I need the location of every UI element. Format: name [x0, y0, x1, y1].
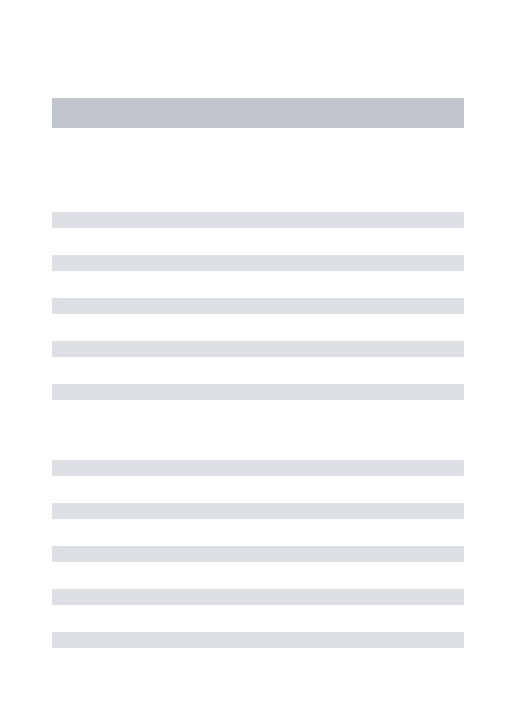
skeleton-header-bar: [52, 98, 464, 128]
skeleton-line: [52, 460, 464, 476]
skeleton-line: [52, 298, 464, 314]
skeleton-line: [52, 255, 464, 271]
skeleton-line: [52, 589, 464, 605]
skeleton-line: [52, 546, 464, 562]
skeleton-line: [52, 503, 464, 519]
skeleton-line: [52, 384, 464, 400]
skeleton-paragraph-1: [52, 212, 464, 400]
skeleton-paragraph-2: [52, 460, 464, 648]
skeleton-line: [52, 341, 464, 357]
skeleton-line: [52, 632, 464, 648]
skeleton-line: [52, 212, 464, 228]
skeleton-page: [0, 0, 516, 648]
